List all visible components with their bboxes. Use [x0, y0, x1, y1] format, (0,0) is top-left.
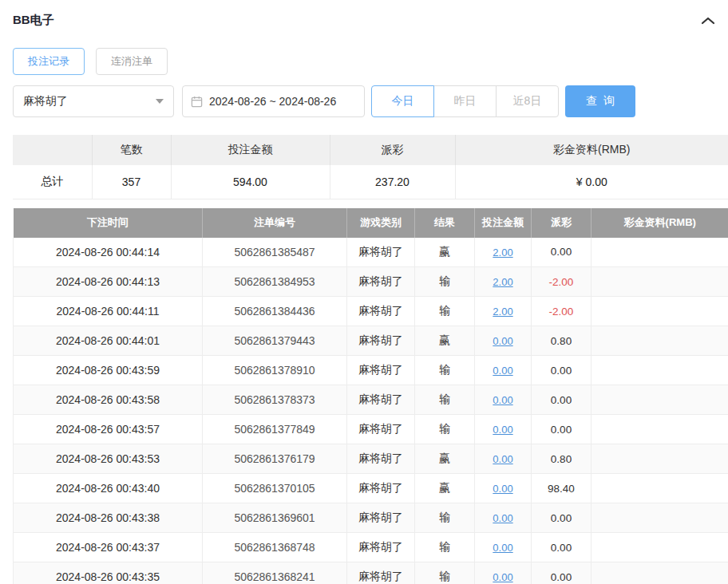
- table-row: 2024-08-26 00:43:57 5062861377849 麻将胡了 输…: [14, 415, 728, 444]
- summary-total-jackpot: ¥ 0.00: [455, 165, 728, 199]
- quick-filter-group: 今日 昨日 近8日: [371, 85, 559, 117]
- game-type: 麻将胡了: [347, 326, 415, 356]
- filter-bar: 麻将胡了 2024-08-26 ~ 2024-08-26 今日 昨日 近8日 查…: [13, 85, 728, 117]
- bet-amount-link[interactable]: 0.00: [493, 542, 512, 554]
- order-id: 5062861384436: [203, 297, 347, 326]
- summary-table: 笔数 投注金额 派彩 彩金资料(RMB) 总计 357 594.00 237.2…: [13, 135, 728, 199]
- bet-time: 2024-08-26 00:43:58: [14, 385, 203, 415]
- game-type: 麻将胡了: [347, 356, 415, 385]
- summary-total-count: 357: [92, 165, 171, 199]
- payout-value: 0.00: [532, 385, 592, 415]
- date-range-picker[interactable]: 2024-08-26 ~ 2024-08-26: [182, 85, 365, 117]
- order-id: 5062861379443: [203, 326, 347, 356]
- game-type: 麻将胡了: [347, 503, 415, 533]
- jackpot-value: [592, 444, 728, 474]
- bets-table-body: 2024-08-26 00:44:14 5062861385487 麻将胡了 赢…: [14, 238, 728, 584]
- bet-amount-link[interactable]: 0.00: [493, 365, 512, 377]
- jackpot-value: [592, 503, 728, 533]
- payout-value: 0.00: [532, 503, 592, 533]
- bet-amount-link[interactable]: 0.00: [493, 453, 512, 465]
- bet-result: 输: [415, 533, 475, 562]
- bet-result: 输: [415, 503, 475, 533]
- date-range-value: 2024-08-26 ~ 2024-08-26: [209, 95, 336, 108]
- payout-value: -2.00: [532, 297, 592, 326]
- jackpot-value: [592, 267, 728, 297]
- bet-result: 赢: [415, 444, 475, 474]
- game-type: 麻将胡了: [347, 533, 415, 562]
- bet-amount-link[interactable]: 2.00: [493, 306, 512, 318]
- jackpot-value: [592, 562, 728, 584]
- bets-header-order-id: 注单编号: [203, 208, 347, 238]
- game-select[interactable]: 麻将胡了: [13, 85, 174, 117]
- bet-time: 2024-08-26 00:43:35: [14, 562, 203, 584]
- bet-time: 2024-08-26 00:44:13: [14, 267, 203, 297]
- bets-header-result: 结果: [415, 208, 475, 238]
- bet-amount-link[interactable]: 0.00: [493, 571, 512, 583]
- summary-header-count: 笔数: [92, 135, 171, 165]
- betting-records-panel: BB电子 投注记录 连消注单 麻将胡了 2024-08-26 ~ 2024-08…: [0, 0, 728, 584]
- quick-filter-today[interactable]: 今日: [371, 85, 434, 117]
- summary-header-empty: [13, 135, 92, 165]
- bet-time: 2024-08-26 00:44:14: [14, 238, 203, 267]
- collapse-chevron-up-icon[interactable]: [701, 16, 715, 26]
- bet-amount-link[interactable]: 2.00: [493, 247, 512, 258]
- page-title: BB电子: [13, 13, 54, 28]
- bet-time: 2024-08-26 00:43:40: [14, 474, 203, 503]
- bet-time: 2024-08-26 00:43:38: [14, 503, 203, 533]
- summary-total-label: 总计: [13, 165, 92, 199]
- order-id: 5062861376179: [203, 444, 347, 474]
- bet-amount-link[interactable]: 2.00: [493, 276, 512, 288]
- quick-filter-yesterday[interactable]: 昨日: [433, 85, 497, 117]
- order-id: 5062861384953: [203, 267, 347, 297]
- payout-value: -2.00: [532, 267, 592, 297]
- bet-result: 赢: [415, 326, 475, 356]
- table-row: 2024-08-26 00:44:13 5062861384953 麻将胡了 输…: [14, 267, 728, 297]
- order-id: 5062861368748: [203, 533, 347, 562]
- jackpot-value: [592, 474, 728, 503]
- order-id: 5062861385487: [203, 238, 347, 267]
- summary-header-bet-amount: 投注金额: [171, 135, 330, 165]
- summary-header-payout: 派彩: [330, 135, 455, 165]
- game-type: 麻将胡了: [347, 297, 415, 326]
- bet-amount-link[interactable]: 0.00: [493, 394, 512, 406]
- order-id: 5062861370105: [203, 474, 347, 503]
- payout-value: 98.40: [532, 474, 592, 503]
- quick-filter-last-8-days[interactable]: 近8日: [496, 85, 559, 117]
- bet-time: 2024-08-26 00:43:53: [14, 444, 203, 474]
- game-type: 麻将胡了: [347, 562, 415, 584]
- tab-bar: 投注记录 连消注单: [13, 48, 728, 75]
- payout-value: 0.80: [532, 444, 592, 474]
- bets-header-time: 下注时间: [14, 208, 203, 238]
- calendar-icon: [191, 96, 203, 108]
- game-type: 麻将胡了: [347, 385, 415, 415]
- bet-time: 2024-08-26 00:43:59: [14, 356, 203, 385]
- tab-cancelled-orders[interactable]: 连消注单: [96, 48, 168, 75]
- bet-amount-link[interactable]: 0.00: [493, 424, 512, 436]
- payout-value: 0.00: [532, 415, 592, 444]
- payout-value: 0.00: [532, 356, 592, 385]
- bet-result: 赢: [415, 474, 475, 503]
- table-row: 2024-08-26 00:44:11 5062861384436 麻将胡了 输…: [14, 297, 728, 326]
- jackpot-value: [592, 415, 728, 444]
- bets-header-jackpot: 彩金资料(RMB): [592, 208, 728, 238]
- game-type: 麻将胡了: [347, 238, 415, 267]
- table-row: 2024-08-26 00:44:14 5062861385487 麻将胡了 赢…: [14, 238, 728, 267]
- jackpot-value: [592, 356, 728, 385]
- order-id: 5062861378910: [203, 356, 347, 385]
- bet-amount-link[interactable]: 0.00: [493, 483, 512, 495]
- caret-down-icon: [156, 99, 164, 104]
- bets-header-row: 下注时间 注单编号 游戏类别 结果 投注金额 派彩 彩金资料(RMB): [14, 208, 728, 238]
- query-button[interactable]: 查询: [565, 85, 635, 117]
- game-type: 麻将胡了: [347, 444, 415, 474]
- game-type: 麻将胡了: [347, 474, 415, 503]
- payout-value: 0.80: [532, 326, 592, 356]
- jackpot-value: [592, 385, 728, 415]
- panel-header: BB电子: [13, 13, 728, 28]
- table-row: 2024-08-26 00:43:59 5062861378910 麻将胡了 输…: [14, 356, 728, 385]
- order-id: 5062861369601: [203, 503, 347, 533]
- bet-amount-link[interactable]: 0.00: [493, 335, 512, 347]
- bet-amount-link[interactable]: 0.00: [493, 512, 512, 524]
- tab-bet-records[interactable]: 投注记录: [13, 48, 85, 75]
- summary-total-bet-amount: 594.00: [171, 165, 330, 199]
- bet-time: 2024-08-26 00:43:57: [14, 415, 203, 444]
